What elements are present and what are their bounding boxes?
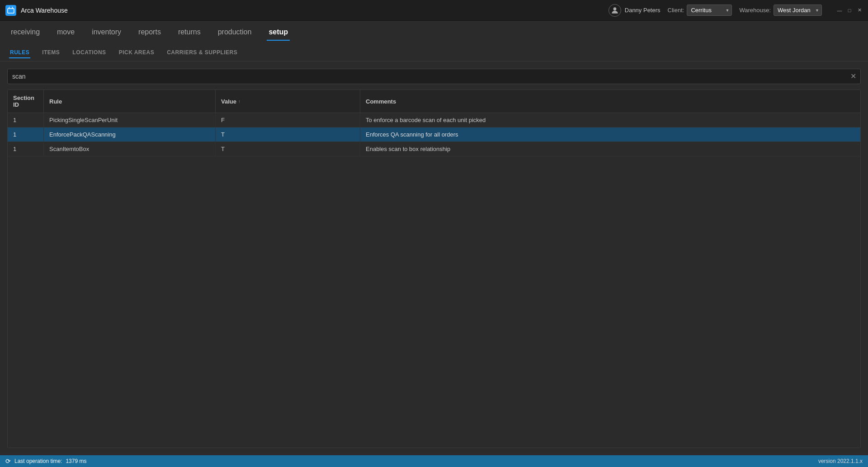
nav-item-inventory[interactable]: inventory [90, 24, 123, 41]
rules-table: Section IDRuleValue ↑Comments 1PickingSi… [7, 90, 861, 448]
nav-item-returns[interactable]: returns [176, 24, 203, 41]
client-section: Client: Cerritus [668, 5, 732, 16]
svg-point-1 [613, 7, 616, 10]
client-label: Client: [668, 7, 684, 14]
search-clear-button[interactable]: ✕ [850, 73, 856, 80]
sub-nav: RULESITEMSLOCATIONSPICK AREASCARRIERS & … [0, 44, 868, 61]
minimize-button[interactable]: — [836, 7, 843, 14]
nav-bar: receivingmoveinventoryreportsreturnsprod… [0, 21, 868, 44]
title-bar-right: Danny Peters Client: Cerritus Warehouse:… [609, 4, 863, 17]
close-button[interactable]: ✕ [856, 7, 863, 14]
operation-label: Last operation time: [14, 458, 62, 464]
th-value[interactable]: Value ↑ [216, 90, 360, 113]
table-row[interactable]: 1PickingSingleScanPerUnitFTo enforce a b… [8, 113, 860, 127]
td-value: T [216, 127, 360, 142]
user-avatar-icon [609, 4, 621, 17]
warehouse-label: Warehouse: [739, 7, 771, 14]
td-comments: To enforce a barcode scan of each unit p… [360, 113, 860, 127]
td-rule: PickingSingleScanPerUnit [44, 113, 216, 127]
subnav-item-pick-areas[interactable]: PICK AREAS [118, 47, 156, 58]
td-rule: ScanItemtoBox [44, 142, 216, 156]
refresh-icon[interactable]: ⟳ [5, 458, 11, 465]
user-section: Danny Peters [609, 4, 660, 17]
td-section_id: 1 [8, 113, 44, 127]
main-content: ✕ Section IDRuleValue ↑Comments 1Picking… [0, 61, 868, 455]
subnav-item-locations[interactable]: LOCATIONS [71, 47, 107, 58]
status-left: ⟳ Last operation time: 1379 ms [5, 458, 86, 465]
search-bar: ✕ [7, 69, 861, 84]
app-logo [5, 5, 16, 16]
th-comments: Comments [360, 90, 860, 113]
nav-item-production[interactable]: production [216, 24, 254, 41]
operation-time: 1379 ms [66, 458, 86, 464]
warehouse-dropdown[interactable]: West Jordan [774, 5, 822, 16]
status-bar: ⟳ Last operation time: 1379 ms version 2… [0, 455, 868, 467]
nav-item-setup[interactable]: setup [267, 24, 290, 41]
nav-item-move[interactable]: move [55, 24, 76, 41]
th-section-id: Section ID [8, 90, 44, 113]
th-rule: Rule [44, 90, 216, 113]
maximize-button[interactable]: □ [846, 7, 853, 14]
version-text: version 2022.1.1.x [818, 458, 863, 464]
user-name: Danny Peters [625, 7, 660, 14]
subnav-item-carriers-suppliers[interactable]: CARRIERS & SUPPLIERS [166, 47, 238, 58]
search-input[interactable] [7, 69, 861, 84]
title-bar: Arca Warehouse Danny Peters Client: Cerr… [0, 0, 868, 21]
td-value: T [216, 142, 360, 156]
app-title: Arca Warehouse [21, 7, 609, 14]
table-header: Section IDRuleValue ↑Comments [8, 90, 860, 113]
table-row[interactable]: 1ScanItemtoBoxTEnables scan to box relat… [8, 142, 860, 156]
table-body: 1PickingSingleScanPerUnitFTo enforce a b… [8, 113, 860, 448]
td-rule: EnforcePackQAScanning [44, 127, 216, 142]
window-controls: — □ ✕ [836, 7, 863, 14]
client-dropdown[interactable]: Cerritus [687, 5, 732, 16]
nav-item-receiving[interactable]: receiving [9, 24, 42, 41]
sort-icon-value[interactable]: ↑ [238, 99, 241, 104]
td-section_id: 1 [8, 142, 44, 156]
warehouse-section: Warehouse: West Jordan [739, 5, 822, 16]
table-row[interactable]: 1EnforcePackQAScanningTEnforces QA scann… [8, 127, 860, 142]
subnav-item-rules[interactable]: RULES [9, 47, 30, 58]
td-comments: Enables scan to box relationship [360, 142, 860, 156]
td-section_id: 1 [8, 127, 44, 142]
subnav-item-items[interactable]: ITEMS [41, 47, 61, 58]
nav-item-reports[interactable]: reports [137, 24, 163, 41]
td-comments: Enforces QA scanning for all orders [360, 127, 860, 142]
td-value: F [216, 113, 360, 127]
svg-rect-0 [8, 9, 14, 13]
